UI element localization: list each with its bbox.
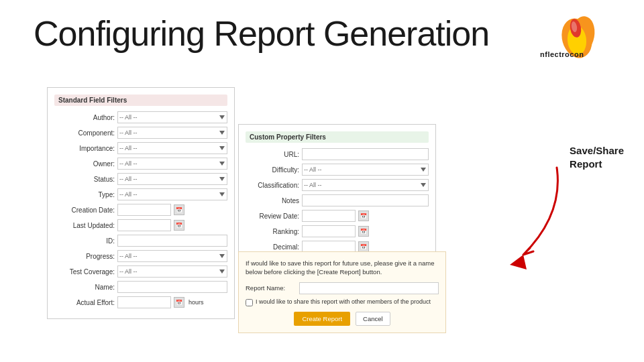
custom-field-row-review-date: Review Date: 📅 — [246, 210, 429, 222]
calendar-icon-ranking[interactable]: 📅 — [358, 226, 369, 237]
field-select-owner[interactable]: -- All -- — [117, 158, 227, 170]
field-row-test-coverage: Test Coverage: -- All -- — [54, 265, 227, 278]
custom-field-label-difficulty: Difficulty: — [246, 166, 299, 174]
dialog-buttons: Create Report Cancel — [246, 312, 439, 326]
field-row-type: Type: -- All -- — [54, 188, 227, 200]
field-select-test-coverage[interactable]: -- All -- — [117, 265, 227, 278]
field-label-test-coverage: Test Coverage: — [54, 268, 115, 276]
custom-field-input-review-date[interactable] — [302, 210, 356, 222]
field-select-author[interactable]: -- All -- — [117, 111, 227, 123]
logo: nflectrocon — [537, 13, 617, 60]
field-input-actual-effort[interactable] — [117, 296, 171, 308]
field-row-importance: Importance: -- All -- — [54, 142, 227, 154]
save-dialog-description: If would like to save this report for fu… — [246, 259, 439, 277]
field-label-type: Type: — [54, 191, 115, 198]
field-select-status[interactable]: -- All -- — [117, 173, 227, 185]
field-row-component: Component: -- All -- — [54, 127, 227, 139]
right-panel-title: Custom Property Filters — [246, 131, 429, 143]
create-report-button[interactable]: Create Report — [294, 312, 350, 326]
custom-field-label-classification: Classification: — [246, 182, 299, 189]
left-panel-title: Standard Field Filters — [54, 95, 227, 106]
save-dialog-name-input[interactable] — [299, 282, 439, 294]
calendar-icon-review-date[interactable]: 📅 — [358, 210, 369, 221]
calendar-icon-last-updated[interactable]: 📅 — [174, 220, 184, 231]
svg-text:nflectrocon: nflectrocon — [540, 50, 584, 58]
field-label-component: Component: — [54, 129, 115, 137]
field-row-last-updated: Last Updated: 📅 — [54, 219, 227, 231]
save-dialog-name-row: Report Name: — [246, 282, 439, 294]
custom-field-label-notes: Notes — [246, 197, 299, 204]
field-label-author: Author: — [54, 114, 115, 121]
page-title: Configuring Report Generation — [34, 13, 489, 54]
calendar-icon-actual-effort[interactable]: 📅 — [174, 297, 184, 308]
field-input-id[interactable] — [117, 235, 227, 247]
field-select-component[interactable]: -- All -- — [117, 127, 227, 139]
calendar-icon-decimal[interactable]: 📅 — [358, 241, 369, 252]
field-row-creation-date: Creation Date: 📅 — [54, 204, 227, 216]
custom-field-label-decimal: Decimal: — [246, 243, 299, 251]
field-label-owner: Owner: — [54, 160, 115, 168]
save-share-label: Save/ShareReport — [570, 144, 624, 170]
field-label-last-updated: Last Updated: — [54, 222, 115, 229]
field-label-id: ID: — [54, 237, 115, 245]
field-row-id: ID: — [54, 235, 227, 247]
custom-field-select-difficulty[interactable]: -- All -- — [302, 164, 429, 176]
custom-field-label-ranking: Ranking: — [246, 228, 299, 235]
custom-field-row-difficulty: Difficulty: -- All -- — [246, 164, 429, 176]
share-checkbox[interactable] — [246, 299, 253, 306]
save-dialog-name-label: Report Name: — [246, 284, 296, 292]
field-select-type[interactable]: -- All -- — [117, 188, 227, 200]
custom-field-row-ranking: Ranking: 📅 — [246, 225, 429, 237]
custom-field-row-url: URL: — [246, 148, 429, 160]
custom-field-input-notes[interactable] — [302, 194, 429, 206]
right-panel: Custom Property Filters URL: Difficulty:… — [238, 124, 436, 263]
field-select-progress[interactable]: -- All -- — [117, 250, 227, 262]
custom-field-label-review-date: Review Date: — [246, 213, 299, 220]
field-select-importance[interactable]: -- All -- — [117, 142, 227, 154]
svg-marker-6 — [510, 255, 527, 269]
save-dialog-share-row: I would like to share this report with o… — [246, 298, 439, 306]
field-label-creation-date: Creation Date: — [54, 206, 115, 214]
custom-field-input-ranking[interactable] — [302, 225, 356, 237]
field-label-actual-effort: Actual Effort: — [54, 299, 115, 306]
field-row-progress: Progress: -- All -- — [54, 250, 227, 262]
custom-field-select-classification[interactable]: -- All -- — [302, 179, 429, 191]
left-panel: Standard Field Filters Author: -- All --… — [47, 87, 235, 319]
hours-label: hours — [189, 299, 204, 306]
custom-field-row-notes: Notes — [246, 194, 429, 206]
custom-field-row-classification: Classification: -- All -- — [246, 179, 429, 191]
save-dialog: If would like to save this report for fu… — [238, 251, 446, 333]
cancel-button[interactable]: Cancel — [356, 312, 390, 326]
custom-field-input-url[interactable] — [302, 148, 429, 160]
field-row-owner: Owner: -- All -- — [54, 158, 227, 170]
field-input-last-updated[interactable] — [117, 219, 171, 231]
custom-field-label-url: URL: — [246, 151, 299, 158]
field-input-creation-date[interactable] — [117, 204, 171, 216]
share-checkbox-label: I would like to share this report with o… — [256, 298, 431, 306]
field-label-status: Status: — [54, 176, 115, 183]
field-label-progress: Progress: — [54, 253, 115, 260]
arrow-indicator — [470, 161, 577, 282]
field-row-author: Author: -- All -- — [54, 111, 227, 123]
field-input-name[interactable] — [117, 281, 227, 293]
field-label-importance: Importance: — [54, 145, 115, 152]
calendar-icon-creation-date[interactable]: 📅 — [174, 204, 184, 215]
field-row-name: Name: — [54, 281, 227, 293]
field-row-status: Status: -- All -- — [54, 173, 227, 185]
field-row-actual-effort: Actual Effort: 📅 hours — [54, 296, 227, 308]
field-label-name: Name: — [54, 284, 115, 291]
